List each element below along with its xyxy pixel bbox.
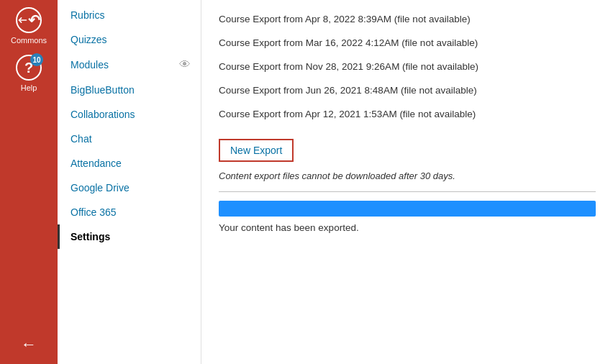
export-row-1: Course Export from Mar 16, 2022 4:12AM (… xyxy=(219,31,596,55)
divider xyxy=(219,191,596,192)
sidebar-item-bigbluebutton[interactable]: BigBlueButton xyxy=(58,78,201,102)
sidebar-item-label-modules: Modules xyxy=(71,59,109,70)
sidebar-item-google-drive[interactable]: Google Drive xyxy=(58,176,201,200)
sidebar-item-quizzes[interactable]: Quizzes xyxy=(58,27,201,52)
red-sidebar: ↶ Commons ? 10 Help ← xyxy=(0,0,58,364)
sidebar-item-label-bigbluebutton: BigBlueButton xyxy=(71,84,135,96)
export-row-2: Course Export from Nov 28, 2021 9:26AM (… xyxy=(219,55,596,78)
sidebar-item-settings[interactable]: Settings xyxy=(58,224,201,249)
sidebar-item-modules[interactable]: Modules👁 xyxy=(58,52,201,78)
commons-icon: ↶ xyxy=(16,7,42,33)
commons-nav[interactable]: ↶ Commons xyxy=(11,7,47,45)
sidebar-item-label-google-drive: Google Drive xyxy=(71,182,130,194)
sidebar-item-chat[interactable]: Chat xyxy=(58,127,201,151)
export-list: Course Export from Apr 8, 2022 8:39AM (f… xyxy=(219,7,596,126)
sidebar-item-label-settings: Settings xyxy=(71,231,110,242)
commons-label: Commons xyxy=(11,36,47,45)
export-success-message: Your content has been exported. xyxy=(219,222,596,233)
sidebar-item-label-attendance: Attendance xyxy=(71,158,122,169)
help-badge: 10 xyxy=(30,53,43,66)
sidebar-item-label-rubrics: Rubrics xyxy=(71,9,104,21)
sidebar-item-label-chat: Chat xyxy=(71,133,92,145)
back-arrow-icon[interactable]: ← xyxy=(21,335,37,354)
sidebar-item-collaborations[interactable]: Collaborations xyxy=(58,102,201,127)
help-icon: ? 10 xyxy=(16,55,42,81)
nav-sidebar: RubricsQuizzesModules👁BigBlueButtonColla… xyxy=(58,0,201,364)
sidebar-item-rubrics[interactable]: Rubrics xyxy=(58,3,201,27)
new-export-button[interactable]: New Export xyxy=(219,139,294,162)
eye-icon: 👁 xyxy=(179,58,191,71)
sidebar-item-office-365[interactable]: Office 365 xyxy=(58,200,201,224)
help-nav[interactable]: ? 10 Help xyxy=(16,55,42,92)
sidebar-item-label-quizzes: Quizzes xyxy=(71,34,107,45)
main-content: Course Export from Apr 8, 2022 8:39AM (f… xyxy=(201,0,613,364)
sidebar-item-label-office-365: Office 365 xyxy=(71,206,117,218)
export-row-3: Course Export from Jun 26, 2021 8:48AM (… xyxy=(219,78,596,102)
progress-bar xyxy=(219,201,596,217)
sidebar-item-attendance[interactable]: Attendance xyxy=(58,151,201,176)
export-note: Content export files cannot be downloade… xyxy=(219,170,596,181)
export-row-0: Course Export from Apr 8, 2022 8:39AM (f… xyxy=(219,7,596,31)
help-label: Help xyxy=(21,83,37,92)
sidebar-item-label-collaborations: Collaborations xyxy=(71,109,135,120)
export-row-4: Course Export from Apr 12, 2021 1:53AM (… xyxy=(219,102,596,126)
